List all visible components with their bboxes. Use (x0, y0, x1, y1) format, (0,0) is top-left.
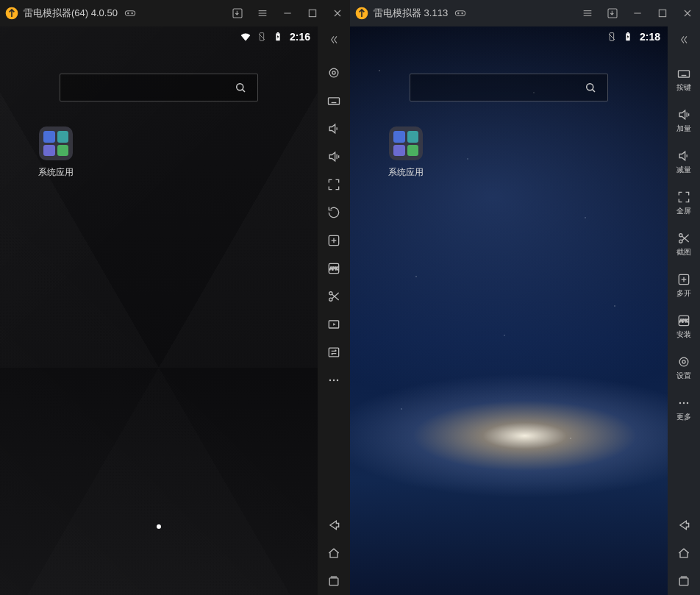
add-instance-button[interactable] (318, 227, 350, 254)
screenshot-button[interactable] (318, 282, 350, 310)
titlebar-transfer-icon[interactable] (225, 0, 250, 26)
titlebar-transfer-icon[interactable] (600, 0, 625, 26)
sidebar-left (318, 26, 350, 595)
search-bar[interactable] (60, 74, 258, 101)
multi-instance-button[interactable]: 多开 (668, 265, 700, 306)
android-back-button[interactable] (668, 511, 700, 539)
window-title-right: 雷电模拟器 3.113 (374, 7, 448, 20)
close-button[interactable] (675, 0, 700, 26)
android-recents-button[interactable] (318, 567, 350, 595)
android-recents-button[interactable] (668, 567, 700, 595)
titlebar-menu-icon[interactable] (575, 0, 600, 26)
wallpaper-dark (0, 26, 318, 595)
maximize-button[interactable] (300, 0, 325, 26)
android-back-button[interactable] (318, 511, 350, 539)
app-logo-icon (354, 6, 369, 21)
minimize-button[interactable] (275, 0, 300, 26)
volume-down-button[interactable]: 减量 (668, 141, 700, 182)
folder-thumb-icon (39, 127, 73, 160)
install-apk-button[interactable] (318, 254, 350, 282)
android-statusbar: 2:18 (606, 31, 660, 43)
emulator-window-left: 雷电模拟器(64) 4.0.50 2:16 (0, 0, 350, 595)
window-title-left: 雷电模拟器(64) 4.0.50 (24, 7, 118, 20)
restart-button[interactable] (318, 199, 350, 227)
install-apk-button[interactable]: 安装 (668, 306, 700, 347)
folder-thumb-icon (389, 127, 423, 160)
app-logo-icon (4, 6, 19, 21)
collapse-sidebar-icon[interactable] (318, 26, 350, 53)
folder-label: 系统应用 (29, 166, 82, 179)
clock-text: 2:18 (640, 31, 660, 43)
titlebar-left: 雷电模拟器(64) 4.0.50 (0, 0, 350, 26)
volume-down-button[interactable] (318, 115, 350, 143)
more-button[interactable] (318, 366, 350, 394)
battery-icon (622, 31, 634, 43)
record-button[interactable] (318, 310, 350, 338)
android-statusbar: 2:16 (240, 31, 310, 43)
wallpaper-galaxy (350, 26, 668, 595)
page-indicator (157, 524, 161, 529)
settings-button[interactable]: 设置 (668, 347, 700, 388)
no-sim-icon (606, 31, 618, 43)
android-home-button[interactable] (668, 539, 700, 567)
maximize-button[interactable] (650, 0, 675, 26)
android-home-button[interactable] (318, 539, 350, 567)
system-apps-folder[interactable]: 系统应用 (29, 127, 82, 179)
folder-label: 系统应用 (379, 166, 432, 179)
sidebar-right: 按键 加量 减量 全屏 截图 多开 安装 设置 更多 (668, 26, 700, 595)
search-bar[interactable] (410, 74, 608, 101)
fullscreen-button[interactable] (318, 171, 350, 199)
titlebar-right: 雷电模拟器 3.113 (350, 0, 700, 26)
keyboard-button[interactable] (318, 87, 350, 115)
transfer-button[interactable] (318, 338, 350, 366)
emulator-window-right: 雷电模拟器 3.113 2:18 系统应用 (350, 0, 700, 595)
titlebar-gamepad-icon[interactable] (448, 0, 473, 26)
android-screen-right[interactable]: 2:18 系统应用 (350, 26, 668, 595)
volume-up-button[interactable]: 加量 (668, 100, 700, 141)
system-apps-folder[interactable]: 系统应用 (379, 127, 432, 179)
no-sim-icon (256, 31, 268, 43)
titlebar-gamepad-icon[interactable] (118, 0, 143, 26)
volume-up-button[interactable] (318, 143, 350, 171)
screenshot-button[interactable]: 截图 (668, 224, 700, 265)
battery-icon (272, 31, 284, 43)
keyboard-button[interactable]: 按键 (668, 59, 700, 100)
search-icon (234, 81, 247, 94)
fullscreen-button[interactable]: 全屏 (668, 182, 700, 224)
close-button[interactable] (325, 0, 350, 26)
titlebar-menu-icon[interactable] (250, 0, 275, 26)
clock-text: 2:16 (290, 31, 310, 43)
more-button[interactable]: 更多 (668, 388, 700, 430)
android-screen-left[interactable]: 2:16 系统应用 (0, 26, 318, 595)
settings-button[interactable] (318, 59, 350, 87)
search-icon (584, 81, 597, 94)
collapse-sidebar-icon[interactable] (668, 26, 700, 53)
wifi-icon (240, 31, 251, 43)
minimize-button[interactable] (625, 0, 650, 26)
